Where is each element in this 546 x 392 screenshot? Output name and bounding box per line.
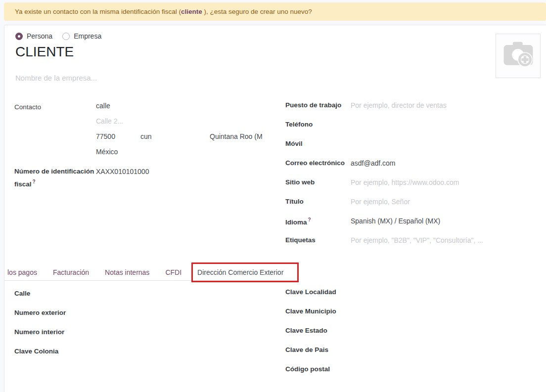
email-label: Correo electrónico [285,159,350,167]
job-position-field[interactable]: Por ejemplo, director de ventas [351,101,447,109]
title-field[interactable]: Por ejemplo, Señor [351,198,410,206]
warning-text-after: ), ¿esta seguro de crear uno nuevo? [202,8,312,15]
street-field[interactable]: calle [96,102,110,110]
persona-radio[interactable] [15,33,23,40]
city-field[interactable]: cun [140,132,152,140]
country-field[interactable]: México [96,148,118,156]
annotation-highlight-box [191,262,299,282]
tags-field[interactable]: Por ejemplo, "B2B", "VIP", "Consultoría"… [351,236,514,244]
vat-help-icon[interactable]: ? [33,179,36,184]
camera-plus-icon [500,38,536,74]
mobile-label: Móvil [285,140,350,147]
clave-de-pais-label: Clave de Pais [285,346,350,353]
clave-municipio-label: Clave Municipio [285,307,350,315]
state-field[interactable]: Quintana Roo (M [210,132,275,140]
vat-field[interactable]: XAXX010101000 [96,168,149,175]
empresa-radio[interactable] [62,33,70,40]
contact-name-field[interactable]: CLIENTE [15,44,74,60]
warning-text-before: Ya existe un contacto con la misma ident… [15,8,181,15]
contact-type-selector: Persona Empresa [15,32,107,40]
vat-label-text: Número de identificación fiscal [14,168,94,188]
street2-field[interactable]: Calle 2... [96,117,123,125]
existing-contact-link[interactable]: cliente [181,8,202,15]
language-field[interactable]: Spanish (MX) / Español (MX) [351,217,440,225]
website-label: Sitio web [285,178,350,186]
zip-field[interactable]: 77500 [96,132,115,140]
tab-facturacion[interactable]: Facturación [45,264,97,281]
persona-radio-label[interactable]: Persona [27,32,52,40]
vat-label: Número de identificación fiscal? [14,166,96,189]
numero-exterior-label: Numero exterior [14,307,96,318]
title-label: Título [285,198,350,205]
contact-address-label: Contacto [14,102,96,112]
job-position-label: Puesto de trabajo [285,101,350,109]
clave-estado-label: Clave Estado [285,327,350,334]
clave-colonia-label: Clave Colonia [14,346,96,356]
empresa-radio-label[interactable]: Empresa [74,32,101,40]
language-help-icon[interactable]: ? [308,217,311,222]
tab-los-pagos[interactable]: los pagos [0,264,45,281]
contact-form-sheet: Persona Empresa CLIENTE Nombre de la emp… [4,25,546,392]
city-state-zip-row: 77500 cun Quintana Roo (M [96,132,274,142]
duplicate-vat-warning-banner: Ya existe un contacto con la misma ident… [4,2,546,21]
codigo-postal-label: Código postal [285,365,350,373]
tab-cfdi[interactable]: CFDI [157,264,189,281]
calle-label: Calle [14,288,96,299]
tab-notas-internas[interactable]: Notas internas [97,264,157,281]
language-label: Idioma? [285,217,350,226]
tags-label: Etiquetas [285,236,350,244]
clave-localidad-label: Clave Localidad [285,288,350,296]
company-name-field[interactable]: Nombre de la empresa... [15,74,97,82]
language-label-text: Idioma [285,218,307,226]
avatar-upload-box[interactable] [496,34,541,78]
email-field[interactable]: asdf@adf.com [351,159,395,167]
phone-label: Teléfono [285,121,350,128]
numero-interior-label: Numero interior [14,327,96,337]
website-field[interactable]: Por ejemplo, https://www.odoo.com [351,178,459,186]
radio-dot [18,35,20,38]
